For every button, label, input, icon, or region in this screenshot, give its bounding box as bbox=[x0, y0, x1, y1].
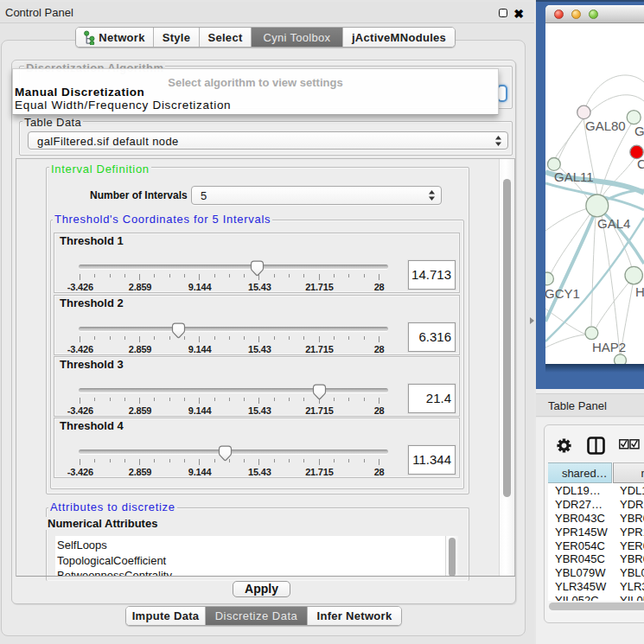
svg-text:H: H bbox=[635, 284, 644, 299]
svg-text:GAL4: GAL4 bbox=[597, 216, 630, 231]
svg-text:GAL80: GAL80 bbox=[585, 118, 626, 133]
svg-text:HAP2: HAP2 bbox=[592, 340, 626, 354]
svg-text:GCY1: GCY1 bbox=[545, 286, 580, 301]
svg-text:C: C bbox=[637, 156, 644, 171]
svg-text:G.: G. bbox=[634, 124, 644, 138]
svg-text:GAL11: GAL11 bbox=[554, 169, 594, 184]
